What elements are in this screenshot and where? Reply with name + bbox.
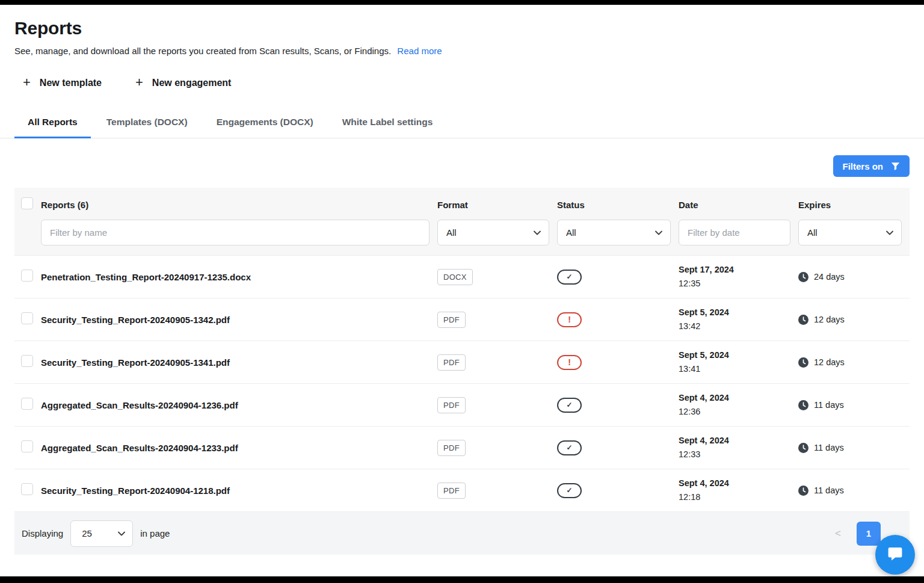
chevron-down-icon bbox=[534, 230, 541, 235]
page-size-select[interactable]: 25 bbox=[70, 520, 133, 547]
read-more-link[interactable]: Read more bbox=[397, 46, 442, 56]
new-template-button[interactable]: + New template bbox=[23, 76, 102, 90]
filter-row: All All All bbox=[14, 220, 910, 245]
format-badge: PDF bbox=[437, 483, 466, 499]
column-expires: Expires bbox=[798, 200, 910, 210]
report-name[interactable]: Security_Testing_Report-20240905-1341.pd… bbox=[41, 357, 437, 368]
chat-bubble-icon bbox=[886, 544, 905, 566]
report-name[interactable]: Aggregated_Scan_Results-20240904-1233.pd… bbox=[41, 443, 437, 453]
row-checkbox[interactable] bbox=[21, 440, 33, 452]
pagination-bar: Displaying 25 in page < 1 bbox=[14, 511, 910, 555]
table-row: Penetration_Testing_Report-20240917-1235… bbox=[14, 255, 910, 298]
expires-text: 11 days bbox=[814, 400, 844, 410]
date-filter-input[interactable] bbox=[679, 220, 790, 245]
column-reports: Reports (6) bbox=[41, 200, 437, 210]
table-row: Security_Testing_Report-20240905-1342.pd… bbox=[14, 298, 910, 341]
reports-table: Reports (6) Format Status Date Expires A… bbox=[14, 188, 910, 555]
row-checkbox[interactable] bbox=[21, 483, 33, 495]
page-title: Reports bbox=[14, 18, 910, 39]
table-row: Aggregated_Scan_Results-20240904-1236.pd… bbox=[14, 383, 910, 426]
name-filter-input[interactable] bbox=[41, 220, 430, 245]
subtitle-text: See, manage, and download all the report… bbox=[14, 46, 391, 56]
report-time: 12:36 bbox=[679, 405, 798, 419]
column-header-row: Reports (6) Format Status Date Expires bbox=[14, 197, 910, 212]
tab-templates-docx[interactable]: Templates (DOCX) bbox=[93, 106, 201, 138]
row-checkbox[interactable] bbox=[21, 270, 33, 282]
new-engagement-button[interactable]: + New engagement bbox=[135, 76, 231, 90]
row-checkbox[interactable] bbox=[21, 355, 33, 367]
report-time: 12:33 bbox=[679, 448, 798, 461]
report-date: Sept 4, 2024 bbox=[679, 477, 798, 490]
status-icon bbox=[557, 398, 582, 413]
report-date: Sept 4, 2024 bbox=[679, 391, 798, 405]
status-icon bbox=[557, 270, 582, 285]
status-icon bbox=[557, 440, 582, 455]
format-badge: PDF bbox=[437, 354, 466, 371]
format-badge: PDF bbox=[437, 440, 466, 456]
table-row: Security_Testing_Report-20240905-1341.pd… bbox=[14, 341, 910, 383]
format-badge: DOCX bbox=[437, 269, 473, 285]
row-checkbox[interactable] bbox=[21, 312, 33, 324]
tab-engagements-docx[interactable]: Engagements (DOCX) bbox=[203, 106, 327, 138]
expires-filter-select[interactable]: All bbox=[798, 220, 902, 245]
status-filter-value: All bbox=[566, 227, 576, 238]
format-filter-select[interactable]: All bbox=[437, 220, 549, 245]
status-icon bbox=[557, 483, 582, 498]
chevron-down-icon bbox=[655, 230, 662, 235]
screen-edge-top bbox=[0, 0, 924, 5]
clock-icon bbox=[798, 443, 808, 453]
clock-icon bbox=[798, 272, 808, 282]
table-row: Aggregated_Scan_Results-20240904-1233.pd… bbox=[14, 426, 910, 469]
chat-widget-button[interactable] bbox=[875, 535, 915, 575]
expires-text: 12 days bbox=[814, 357, 845, 367]
table-row: Security_Testing_Report-20240904-1218.pd… bbox=[14, 469, 910, 511]
report-name[interactable]: Security_Testing_Report-20240905-1342.pd… bbox=[41, 315, 437, 325]
clock-icon bbox=[798, 357, 808, 368]
expires-filter-value: All bbox=[807, 227, 818, 238]
filters-on-label: Filters on bbox=[842, 161, 883, 171]
expires-text: 24 days bbox=[814, 272, 845, 282]
report-date: Sept 5, 2024 bbox=[679, 348, 798, 362]
report-time: 12:35 bbox=[679, 277, 798, 291]
report-time: 13:41 bbox=[679, 362, 798, 376]
clock-icon bbox=[798, 315, 808, 325]
filters-on-button[interactable]: Filters on bbox=[833, 155, 910, 177]
column-format: Format bbox=[437, 200, 557, 210]
report-date: Sept 17, 2024 bbox=[679, 263, 798, 277]
status-icon bbox=[557, 355, 582, 370]
column-date: Date bbox=[679, 200, 798, 210]
page-header: Reports See, manage, and download all th… bbox=[0, 0, 924, 90]
report-date: Sept 4, 2024 bbox=[679, 434, 798, 448]
report-name[interactable]: Security_Testing_Report-20240904-1218.pd… bbox=[41, 486, 437, 496]
screen-edge-bottom bbox=[0, 576, 924, 583]
chevron-down-icon bbox=[886, 230, 893, 235]
expires-text: 12 days bbox=[814, 315, 845, 324]
page-1-button[interactable]: 1 bbox=[857, 522, 881, 546]
in-page-label: in page bbox=[140, 528, 170, 538]
page-subtitle: See, manage, and download all the report… bbox=[14, 46, 910, 56]
page-size-value: 25 bbox=[82, 528, 92, 538]
row-checkbox[interactable] bbox=[21, 398, 33, 410]
status-filter-select[interactable]: All bbox=[557, 220, 671, 245]
filter-funnel-icon bbox=[890, 161, 901, 171]
format-badge: PDF bbox=[437, 312, 466, 328]
report-time: 13:42 bbox=[679, 319, 798, 333]
expires-text: 11 days bbox=[814, 443, 844, 452]
clock-icon bbox=[798, 400, 808, 410]
plus-icon: + bbox=[23, 76, 31, 89]
report-time: 12:18 bbox=[679, 490, 798, 504]
report-name[interactable]: Penetration_Testing_Report-20240917-1235… bbox=[41, 272, 437, 282]
report-date: Sept 5, 2024 bbox=[679, 306, 798, 319]
tab-all-reports[interactable]: All Reports bbox=[14, 106, 91, 138]
prev-page-button[interactable]: < bbox=[835, 528, 841, 540]
header-actions: + New template + New engagement bbox=[14, 76, 910, 90]
table-toolbar: Filters on bbox=[0, 138, 924, 188]
status-icon bbox=[557, 312, 582, 327]
clock-icon bbox=[798, 486, 808, 496]
displaying-label: Displaying bbox=[22, 528, 63, 538]
report-name[interactable]: Aggregated_Scan_Results-20240904-1236.pd… bbox=[41, 400, 437, 410]
select-all-checkbox[interactable] bbox=[21, 197, 33, 209]
table-head: Reports (6) Format Status Date Expires A… bbox=[14, 188, 910, 255]
tab-bar: All Reports Templates (DOCX) Engagements… bbox=[0, 106, 924, 138]
tab-white-label-settings[interactable]: White Label settings bbox=[329, 106, 446, 138]
